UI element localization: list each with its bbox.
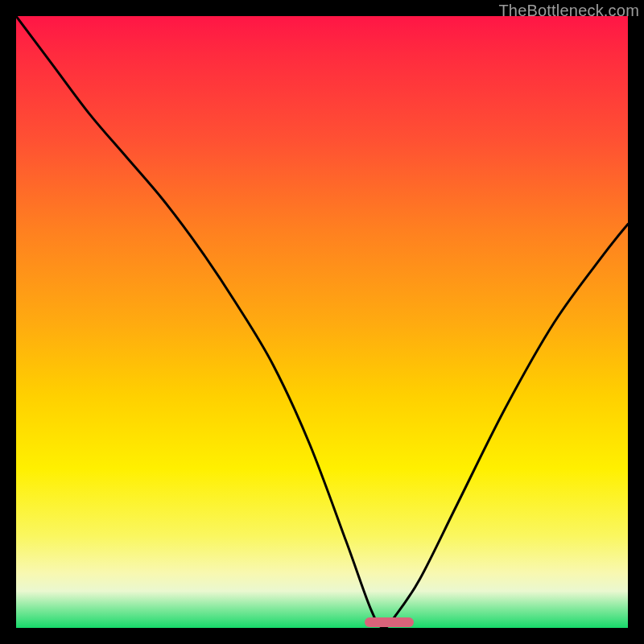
bottleneck-curve (16, 16, 628, 628)
chart-frame: TheBottleneck.com (0, 0, 644, 644)
optimal-range-marker (365, 617, 414, 627)
plot-area (16, 16, 628, 628)
curve-svg (16, 16, 628, 628)
